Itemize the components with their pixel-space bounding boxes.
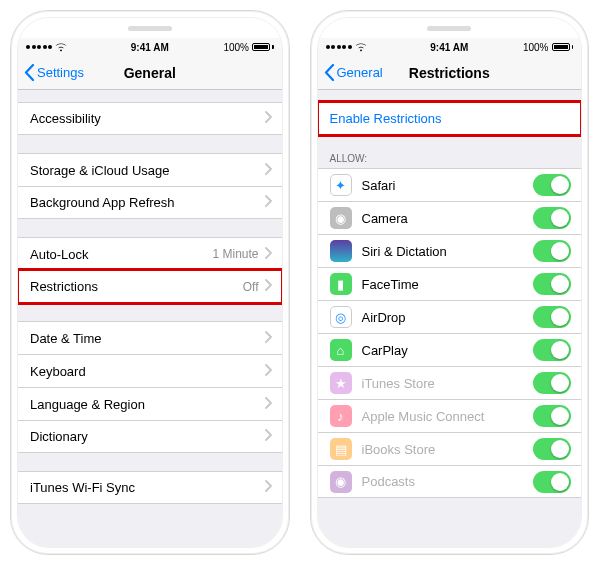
allow-group: ✦Safari◉CameraSiri & Dictation▮FaceTime◎…	[318, 168, 582, 498]
phone-right: 9:41 AM 100% General Restrictions Enable…	[310, 10, 590, 555]
chevron-right-icon	[265, 397, 272, 412]
settings-row-keyboard[interactable]: Keyboard	[18, 354, 282, 387]
content[interactable]: Enable RestrictionsALLOW:✦Safari◉CameraS…	[318, 90, 582, 547]
settings-group: Auto-Lock1 MinuteRestrictionsOff	[18, 237, 282, 303]
chevron-right-icon	[265, 331, 272, 346]
status-time: 9:41 AM	[430, 42, 468, 53]
allow-row-apple-music-connect: ♪Apple Music Connect	[318, 399, 582, 432]
row-label: Keyboard	[30, 364, 265, 379]
toggle-switch[interactable]	[533, 438, 571, 460]
allow-header: ALLOW:	[318, 149, 582, 168]
battery-pct: 100%	[523, 42, 549, 53]
row-label: Dictionary	[30, 429, 265, 444]
row-label: Podcasts	[362, 474, 534, 489]
safari-icon: ✦	[330, 174, 352, 196]
row-label: Apple Music Connect	[362, 409, 534, 424]
row-label: AirDrop	[362, 310, 534, 325]
carplay-icon: ⌂	[330, 339, 352, 361]
chevron-right-icon	[265, 111, 272, 126]
row-label: Restrictions	[30, 279, 243, 294]
phone-inner: 9:41 AM 100% Settings General Accessibil…	[17, 17, 283, 548]
settings-row-accessibility[interactable]: Accessibility	[18, 102, 282, 135]
row-label: iTunes Store	[362, 376, 534, 391]
settings-row-itunes-wi-fi-sync[interactable]: iTunes Wi-Fi Sync	[18, 471, 282, 504]
row-value: 1 Minute	[212, 247, 258, 261]
toggle-switch[interactable]	[533, 174, 571, 196]
content[interactable]: AccessibilityStorage & iCloud UsageBackg…	[18, 90, 282, 547]
music-icon: ♪	[330, 405, 352, 427]
toggle-switch[interactable]	[533, 405, 571, 427]
back-label: General	[337, 65, 383, 80]
enable-restrictions-button[interactable]: Enable Restrictions	[318, 102, 582, 135]
row-label: Camera	[362, 211, 534, 226]
toggle-switch[interactable]	[533, 273, 571, 295]
signal-icon	[26, 45, 52, 49]
toggle-switch[interactable]	[533, 372, 571, 394]
row-label: Auto-Lock	[30, 247, 212, 262]
phone-notch	[318, 18, 582, 38]
chevron-left-icon	[24, 64, 35, 81]
battery-icon	[552, 43, 574, 51]
settings-row-auto-lock[interactable]: Auto-Lock1 Minute	[18, 237, 282, 270]
row-label: Accessibility	[30, 111, 265, 126]
allow-row-camera: ◉Camera	[318, 201, 582, 234]
battery-pct: 100%	[223, 42, 249, 53]
back-button[interactable]: General	[324, 64, 383, 81]
row-label: Safari	[362, 178, 534, 193]
settings-row-dictionary[interactable]: Dictionary	[18, 420, 282, 453]
phone-left: 9:41 AM 100% Settings General Accessibil…	[10, 10, 290, 555]
status-bar: 9:41 AM 100%	[318, 38, 582, 56]
row-label: Language & Region	[30, 397, 265, 412]
settings-group: Accessibility	[18, 102, 282, 135]
settings-row-date-time[interactable]: Date & Time	[18, 321, 282, 354]
enable-group: Enable Restrictions	[318, 102, 582, 135]
settings-row-background-app-refresh[interactable]: Background App Refresh	[18, 186, 282, 219]
phone-notch	[18, 18, 282, 38]
signal-icon	[326, 45, 352, 49]
allow-row-facetime: ▮FaceTime	[318, 267, 582, 300]
settings-group: Date & TimeKeyboardLanguage & RegionDict…	[18, 321, 282, 453]
allow-row-carplay: ⌂CarPlay	[318, 333, 582, 366]
page-title: General	[124, 65, 176, 81]
toggle-switch[interactable]	[533, 471, 571, 493]
row-label: Siri & Dictation	[362, 244, 534, 259]
nav-bar: Settings General	[18, 56, 282, 90]
camera-icon: ◉	[330, 207, 352, 229]
toggle-switch[interactable]	[533, 207, 571, 229]
chevron-right-icon	[265, 163, 272, 178]
row-label: Enable Restrictions	[330, 111, 572, 126]
toggle-switch[interactable]	[533, 306, 571, 328]
wifi-icon	[55, 43, 67, 52]
itunes-icon: ★	[330, 372, 352, 394]
facetime-icon: ▮	[330, 273, 352, 295]
allow-row-siri-dictation: Siri & Dictation	[318, 234, 582, 267]
allow-row-ibooks-store: ▤iBooks Store	[318, 432, 582, 465]
row-label: iBooks Store	[362, 442, 534, 457]
allow-row-itunes-store: ★iTunes Store	[318, 366, 582, 399]
chevron-right-icon	[265, 247, 272, 262]
chevron-right-icon	[265, 195, 272, 210]
wifi-icon	[355, 43, 367, 52]
back-button[interactable]: Settings	[24, 64, 84, 81]
airdrop-icon: ◎	[330, 306, 352, 328]
chevron-right-icon	[265, 480, 272, 495]
page-title: Restrictions	[409, 65, 490, 81]
settings-row-storage-icloud-usage[interactable]: Storage & iCloud Usage	[18, 153, 282, 186]
row-label: Background App Refresh	[30, 195, 265, 210]
settings-group: Storage & iCloud UsageBackground App Ref…	[18, 153, 282, 219]
toggle-switch[interactable]	[533, 240, 571, 262]
chevron-right-icon	[265, 364, 272, 379]
podcasts-icon: ◉	[330, 471, 352, 493]
chevron-left-icon	[324, 64, 335, 81]
row-label: Date & Time	[30, 331, 265, 346]
siri-icon	[330, 240, 352, 262]
chevron-right-icon	[265, 279, 272, 294]
settings-row-language-region[interactable]: Language & Region	[18, 387, 282, 420]
row-label: FaceTime	[362, 277, 534, 292]
row-label: Storage & iCloud Usage	[30, 163, 265, 178]
chevron-right-icon	[265, 429, 272, 444]
toggle-switch[interactable]	[533, 339, 571, 361]
settings-row-restrictions[interactable]: RestrictionsOff	[18, 270, 282, 303]
row-value: Off	[243, 280, 259, 294]
back-label: Settings	[37, 65, 84, 80]
